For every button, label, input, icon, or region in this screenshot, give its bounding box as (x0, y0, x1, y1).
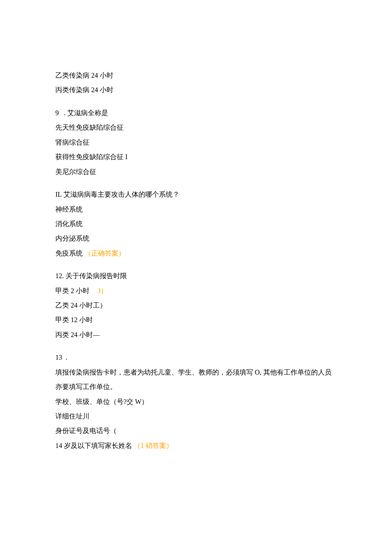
blank-line (55, 98, 337, 106)
question-9: 9 . 艾滋病全称是 (55, 106, 337, 120)
option-line: 乙类 24 小时工） (55, 298, 337, 313)
option-line: 乙类传染病 24 小时 (55, 68, 337, 83)
correct-answer-label: （正确答案） (84, 250, 125, 257)
question-il: IL 艾滋病病毒主要攻击人体的哪个系统？ (55, 187, 337, 202)
option-text: 甲类 2 小时 (55, 287, 98, 294)
option-line: 丙类传染病 24 小时 (55, 83, 337, 97)
question-13: 13 . (55, 350, 337, 365)
option-line: 丙类 24 小时— (55, 328, 337, 342)
option-line: 身份证号及电话号（ (55, 424, 337, 438)
question-13-body: 填报传染病报告卡时，患者为幼托儿童、学生、教师的，必须填写 O, 其他有工作单位… (55, 365, 337, 395)
question-12: 12. 关于传染病报告时限 (55, 269, 337, 283)
option-line: 美尼尔综合征 (55, 165, 337, 179)
correct-answer-label: （1 硝答案） (134, 442, 173, 449)
blank-line (55, 342, 337, 350)
option-correct: 免疫系统 （正确答案） (55, 246, 337, 261)
blank-line (55, 179, 337, 187)
option-line: 学校、班级、单位（号?交 W） (55, 395, 337, 409)
blank-line (55, 261, 337, 269)
marker-text: J） (98, 287, 107, 294)
option-line: 先天性免疫缺陷综合征 (55, 120, 337, 135)
option-line: 消化系统 (55, 217, 337, 231)
option-line: 获得性免疫缺陷综合征 I (55, 150, 337, 164)
option-line: 内分泌系统 (55, 231, 337, 246)
option-line: 甲类 2 小时 J） (55, 284, 337, 298)
option-line: 神经系统 (55, 202, 337, 217)
option-line: 肾病综合征 (55, 135, 337, 150)
option-line: 详细住址川 (55, 409, 337, 424)
option-line: 甲类 12 小时 (55, 313, 337, 327)
option-text: 14 岁及以下填写家长姓名 (55, 442, 134, 449)
option-text: 免疫系统 (55, 250, 84, 257)
option-correct: 14 岁及以下填写家长姓名 （1 硝答案） (55, 439, 337, 453)
